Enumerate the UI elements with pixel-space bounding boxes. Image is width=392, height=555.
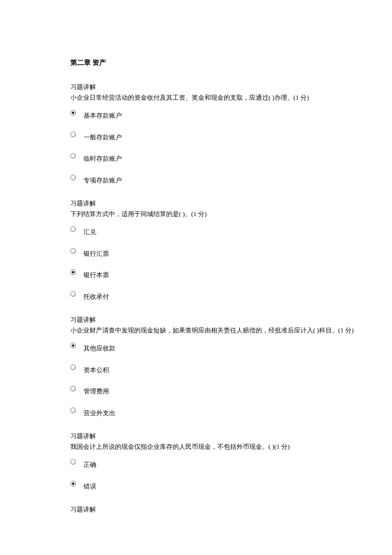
option-row: 营业外支出 <box>70 406 392 418</box>
radio-button[interactable] <box>70 110 76 116</box>
option-label: 银行汇票 <box>84 246 109 259</box>
option-label: 资本公积 <box>84 363 109 375</box>
radio-button[interactable] <box>70 481 76 486</box>
radio-button[interactable] <box>70 153 76 159</box>
question-block: 习题讲解 <box>70 505 392 515</box>
option-row: 管理费用 <box>70 384 392 396</box>
question-block: 习题讲解下列结算方式中，适用于同城结算的是( )。(1 分)汇兑银行汇票银行本票… <box>70 199 392 301</box>
question-block: 习题讲解小企业日常经营活动的资金收付及其工资、奖金和现金的支取，应通过( )办理… <box>70 82 392 185</box>
option-row: 其他应收款 <box>70 341 392 353</box>
option-label: 错误 <box>84 479 96 491</box>
option-row: 临时存款账户 <box>70 151 392 164</box>
option-label: 托收承付 <box>84 289 109 302</box>
option-row: 专项存款账户 <box>70 173 392 185</box>
radio-button[interactable] <box>70 386 76 391</box>
section-label: 习题讲解 <box>70 505 392 515</box>
radio-button[interactable] <box>70 364 76 370</box>
option-row: 资本公积 <box>70 363 392 375</box>
radio-button[interactable] <box>70 291 76 297</box>
question-text: 小企业日常经营活动的资金收付及其工资、奖金和现金的支取，应通过( )办理。(1 … <box>70 93 392 103</box>
radio-button[interactable] <box>70 132 76 137</box>
option-label: 管理费用 <box>84 384 109 396</box>
option-label: 营业外支出 <box>84 406 115 418</box>
section-label: 习题讲解 <box>70 431 392 441</box>
radio-button[interactable] <box>70 175 76 180</box>
question-block: 习题讲解我国会计上所说的现金仅指企业库存的人民币现金，不包括外币现金。( )(1… <box>70 431 392 491</box>
option-row: 汇兑 <box>70 225 392 237</box>
option-label: 汇兑 <box>84 225 96 237</box>
option-label: 其他应收款 <box>84 341 115 353</box>
radio-button[interactable] <box>70 248 76 254</box>
option-label: 专项存款账户 <box>84 173 122 185</box>
question-text: 小企业财产清查中发现的现金短缺，如果查明应由相关责任人赔偿的，经批准后应计入( … <box>70 326 392 335</box>
radio-button[interactable] <box>70 408 76 413</box>
option-label: 银行本票 <box>84 268 109 280</box>
question-block: 习题讲解小企业财产清查中发现的现金短缺，如果查明应由相关责任人赔偿的，经批准后应… <box>70 315 392 418</box>
radio-button[interactable] <box>70 269 76 275</box>
section-label: 习题讲解 <box>70 82 392 92</box>
option-row: 银行汇票 <box>70 246 392 259</box>
option-label: 正确 <box>84 457 96 470</box>
radio-button[interactable] <box>70 459 76 465</box>
chapter-title: 第二章 资产 <box>70 58 392 68</box>
radio-button[interactable] <box>70 226 76 232</box>
option-row: 正确 <box>70 457 392 470</box>
option-label: 基本存款账户 <box>84 108 122 121</box>
question-text: 下列结算方式中，适用于同城结算的是( )。(1 分) <box>70 209 392 219</box>
option-label: 临时存款账户 <box>84 151 122 164</box>
option-row: 错误 <box>70 479 392 491</box>
option-row: 银行本票 <box>70 268 392 280</box>
radio-button[interactable] <box>70 343 76 348</box>
option-row: 基本存款账户 <box>70 108 392 121</box>
option-row: 一般存款账户 <box>70 130 392 142</box>
option-label: 一般存款账户 <box>84 130 122 142</box>
section-label: 习题讲解 <box>70 315 392 325</box>
section-label: 习题讲解 <box>70 199 392 208</box>
option-row: 托收承付 <box>70 289 392 302</box>
question-text: 我国会计上所说的现金仅指企业库存的人民币现金，不包括外币现金。( )(1 分) <box>70 442 392 452</box>
